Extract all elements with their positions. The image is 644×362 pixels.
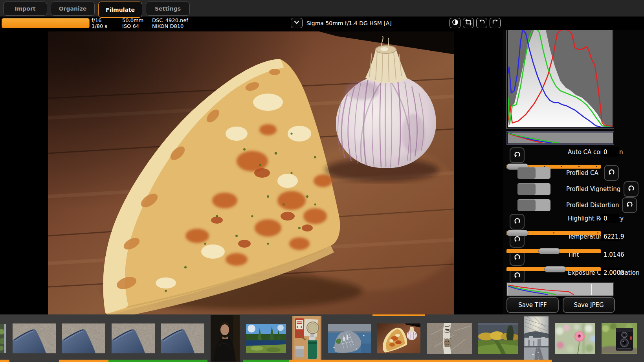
thumb-status-bar-orange [424, 360, 475, 362]
tab-organize[interactable]: Organize [51, 2, 95, 16]
tab-settings[interactable]: Settings [146, 2, 190, 16]
reset-button-highlight-recovery[interactable] [510, 214, 525, 230]
toggle-profiled-distortion[interactable] [517, 199, 550, 211]
reset-button-profiled-vignetting[interactable] [624, 181, 638, 197]
exif-iso: ISO 64 [122, 23, 143, 29]
filmstrip-thumb-pillow-4[interactable] [161, 314, 204, 362]
filmstrip-thumb-pillow-1[interactable] [13, 314, 56, 362]
rotate-left-button[interactable] [476, 18, 487, 28]
contrast-icon [451, 18, 459, 28]
control-highlight-recovery: Highlight Recovery0 [506, 213, 619, 231]
filmstrip-thumb-pizza-garlic-9[interactable] [377, 314, 420, 362]
filmstrip-thumb-birch-owl-10[interactable] [427, 314, 472, 362]
edit-panel: Auto CA correction0Profiled CAProfiled V… [503, 17, 644, 314]
reset-icon [627, 184, 635, 194]
thumb-status-bar-orange [374, 360, 424, 362]
toggle-profiled-ca[interactable] [517, 167, 550, 179]
filmstrip-thumb-city-street-12[interactable] [524, 314, 549, 362]
rotate-right-button[interactable] [490, 18, 501, 28]
crop-icon [465, 18, 472, 28]
toggle-knob[interactable] [517, 167, 536, 179]
thumb-status-bar-green [158, 360, 207, 362]
filmstrip-thumb-camera-14[interactable] [602, 314, 637, 362]
reset-icon [513, 217, 521, 227]
save-tiff-button[interactable]: Save TIFF [506, 297, 559, 313]
thumb-status-bar-orange [289, 360, 325, 362]
slider-handle-tint[interactable] [544, 266, 566, 272]
label-highlight-recovery: Highlight Recovery [566, 215, 601, 222]
reset-button-auto-ca-correction[interactable] [510, 147, 525, 163]
toggle-knob[interactable] [517, 183, 536, 195]
thumb-status-bar-orange [59, 360, 108, 362]
filmulator-app: ImportOrganizeFilmulateSettings f/16 1/8… [0, 0, 644, 362]
slider-tick [578, 166, 580, 167]
thumb-status-bar-orange [0, 360, 9, 362]
filmstrip-thumb-poppies-13[interactable] [555, 314, 595, 362]
tab-filmulate[interactable]: Filmulate [98, 2, 142, 18]
save-button-row: Save TIFF Save JPEG [506, 297, 615, 313]
lens-label: Sigma 50mm f/1.4 DG HSM [A] [306, 20, 392, 26]
rotate-left-icon [478, 18, 486, 28]
lens-dropdown-button[interactable] [291, 18, 303, 28]
slider-highlight-recovery[interactable] [506, 231, 601, 235]
filmstrip-thumb-pillow-2[interactable] [62, 314, 105, 362]
thumb-status-bar-orange [325, 360, 374, 362]
reset-icon [513, 151, 521, 160]
histogram-main [506, 18, 614, 129]
toggle-profiled-vignetting[interactable] [517, 183, 550, 195]
crop-button[interactable] [463, 18, 474, 28]
exif-camera: NIKON D810 [152, 23, 188, 29]
exif-aperture: f/16 [92, 17, 107, 23]
exif-lens-settings: 50.0mm ISO 64 [122, 17, 143, 29]
slider-temperature[interactable] [506, 249, 601, 253]
filmstrip-thumb-nyc-aerial-8[interactable] [328, 314, 371, 362]
exif-exposure: f/16 1/80 s [92, 17, 107, 29]
reset-button-profiled-ca[interactable] [604, 165, 619, 181]
processing-progress-bar [2, 18, 90, 28]
tab-bar: ImportOrganizeFilmulateSettings [0, 0, 644, 17]
reset-icon [513, 235, 521, 245]
slider-tick [597, 232, 598, 233]
value-auto-ca-correction[interactable]: 0 [601, 147, 619, 157]
filmstrip-thumb-portrait-woman-5[interactable] [211, 314, 240, 362]
filmstrip[interactable] [0, 314, 644, 362]
reset-icon [607, 168, 616, 178]
filmstrip-thumb-greenery-sliver-0[interactable] [0, 314, 6, 362]
histogram-post-filmulation [506, 282, 614, 296]
filmstrip-thumb-lake-6[interactable] [246, 314, 286, 362]
reset-icon [513, 271, 521, 281]
control-profiled-vignetting: Profiled Vignetting [506, 181, 619, 197]
reset-icon [626, 200, 634, 210]
reset-button-profiled-distortion[interactable] [622, 197, 637, 213]
thumb-status-bar-green [243, 360, 289, 362]
value-highlight-recovery[interactable]: 0 [601, 214, 619, 223]
edit-controls: Auto CA correction0Profiled CAProfiled V… [506, 147, 619, 286]
exif-focal-length: 50.0mm [122, 17, 143, 23]
value-temperature[interactable]: 6221.9 [601, 232, 619, 241]
reset-icon [513, 253, 521, 263]
filmstrip-thumb-vintage-still-life-7[interactable] [292, 314, 321, 362]
rotate-right-icon [492, 18, 499, 28]
control-auto-ca-correction: Auto CA correction0 [506, 147, 619, 164]
value-exposure-compensation[interactable]: 2.0000 [601, 268, 619, 277]
value-tint[interactable]: 1.0146 [601, 250, 619, 259]
exif-shutter: 1/80 s [92, 23, 107, 29]
filmstrip-thumb-pillow-3[interactable] [112, 314, 155, 362]
image-canvas[interactable] [0, 30, 503, 314]
main-photo [48, 31, 454, 314]
slider-tint[interactable] [506, 267, 601, 271]
thumb-status-bar-green [108, 360, 158, 362]
label-profiled-vignetting: Profiled Vignetting [551, 186, 620, 193]
label-auto-ca-correction: Auto CA correction [566, 149, 601, 156]
filmstrip-thumb-autumn-trees-11[interactable] [478, 314, 518, 362]
exif-file: DSC_4920.nef NIKON D810 [152, 17, 188, 29]
contrast-button[interactable] [450, 18, 461, 28]
current-image-marker [372, 314, 425, 316]
image-tool-buttons [450, 18, 501, 28]
slider-tick [553, 232, 554, 233]
tab-import[interactable]: Import [3, 2, 47, 16]
toggle-knob[interactable] [517, 199, 536, 211]
slider-handle-temperature[interactable] [538, 248, 560, 254]
save-jpeg-button[interactable]: Save JPEG [563, 297, 615, 313]
slider-handle-highlight-recovery[interactable] [506, 230, 528, 236]
